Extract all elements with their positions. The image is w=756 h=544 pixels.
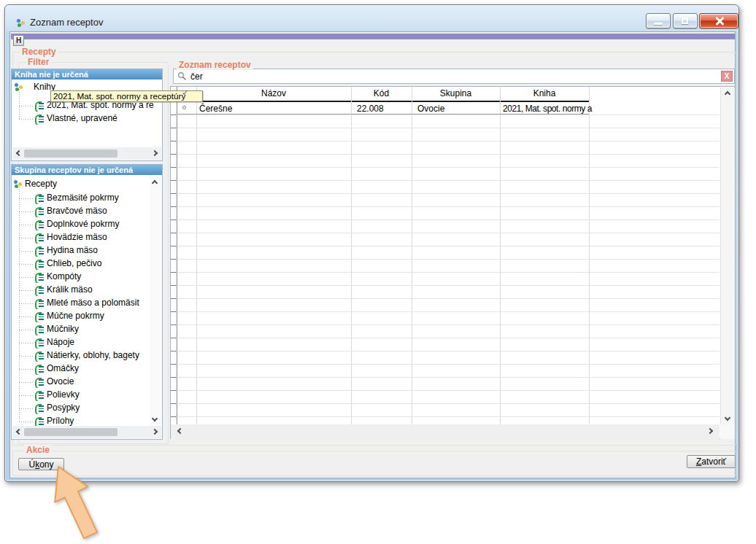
cursor-arrow-annotation [29, 458, 117, 544]
tree-item-label: Ovocie [47, 376, 74, 386]
tree-item-label: Kompóty [47, 271, 81, 281]
record-marker-icon [182, 106, 186, 109]
scroll-right-icon[interactable] [707, 428, 713, 434]
recipe-group-icon [35, 233, 45, 242]
recipe-group-icon [35, 417, 45, 426]
tree-item-label: Múčne pokrmy [47, 311, 104, 321]
recipe-group-icon [35, 338, 45, 347]
tree-item-label: Chlieb, pečivo [47, 258, 101, 268]
tree-item-label: Recepty [25, 179, 57, 189]
tree-item-label: Mleté mäso a polomäsit [47, 298, 139, 308]
table-vscrollbar[interactable] [720, 88, 735, 424]
close-icon [715, 17, 724, 26]
groups-panel: Skupina receptov nie je určená Recepty B… [11, 164, 163, 440]
recipe-group-icon [35, 365, 45, 373]
recipe-group-icon [35, 312, 45, 321]
tree-item-label: Hovädzie mäso [47, 232, 107, 242]
recipes-table: ✓ Názov Kód Skupina Kniha Čerešne 22.008… [170, 86, 735, 439]
tree-item-label: Múčniky [47, 324, 79, 334]
zatvorit-button[interactable]: Zatvoriť [687, 455, 736, 468]
recipe-group-icon [35, 260, 45, 268]
akcie-group-label: Akcie [24, 445, 52, 455]
tree-item-book[interactable]: Vlastné, upravené [12, 113, 162, 125]
minimize-button[interactable] [646, 13, 671, 28]
recipe-group-icon [35, 404, 45, 413]
scroll-left-icon[interactable] [16, 150, 22, 156]
recipe-group-icon [35, 273, 45, 281]
recipe-group-icon [35, 194, 45, 203]
books-panel: Kniha nie je určená Knihy 2021, Mat. spo… [11, 69, 163, 161]
list-group-label: Zoznam receptov [177, 60, 253, 70]
tree-item-label: Omáčky [47, 363, 79, 373]
tree-item-label: Vlastné, upravené [47, 113, 117, 123]
books-tree: Knihy 2021, Mat. spot. normy a re Vlastn… [12, 79, 162, 147]
toolbar-strip [11, 34, 735, 39]
recipe-group-icon [35, 220, 45, 229]
recipe-group-icon [35, 351, 45, 360]
minimize-icon [654, 23, 663, 25]
filter-group-label: Filter [26, 57, 51, 67]
scroll-right-icon[interactable] [152, 150, 158, 156]
groups-vscrollbar[interactable] [150, 175, 161, 427]
tree-item-recepty-root[interactable]: Recepty [12, 179, 150, 190]
tree-item-label: Králik mäso [47, 284, 93, 295]
tree-item-label: Doplnkové pokrmy [47, 219, 119, 229]
recipe-group-icon [35, 325, 45, 334]
books-hscrollbar[interactable] [12, 147, 161, 160]
maximize-button[interactable] [673, 13, 698, 28]
book-icon [35, 114, 45, 123]
tree-item-label: Polievky [47, 389, 80, 400]
tree-item-label: Hydina mäso [47, 245, 98, 255]
tree-item-label: Nápoje [47, 337, 74, 347]
recipe-group-icon [35, 207, 45, 216]
recipe-group-icon [35, 286, 45, 295]
groups-hscrollbar[interactable] [12, 426, 161, 438]
client-area: H Recepty Filter Zoznam receptov Kniha n… [9, 31, 736, 478]
search-icon [177, 71, 187, 81]
tree-item-label: Bezmäsité pokrmy [47, 193, 119, 203]
window-title: Zoznam receptov [30, 17, 103, 28]
maximize-icon [682, 18, 688, 24]
cell-skupina: Ovocie [417, 104, 504, 114]
tree-item-label: Nátierky, oblohy, bagety [47, 350, 139, 360]
tree-item-label: Bravčové mäso [47, 206, 107, 216]
groups-root-icon [13, 179, 23, 189]
column-check-icon-over: ✓ [182, 88, 189, 98]
scroll-up-icon[interactable] [152, 180, 158, 186]
recipe-group-icon [35, 378, 45, 386]
cell-kod: 22.008 [357, 104, 415, 114]
recipe-group-icon [35, 391, 45, 400]
search-value[interactable]: čer [190, 71, 203, 82]
clear-search-icon[interactable]: X [721, 71, 733, 82]
scroll-down-icon[interactable] [152, 416, 158, 421]
scroll-down-icon[interactable] [725, 415, 730, 421]
book-icon [35, 101, 45, 110]
tree-item-label: Posýpky [47, 403, 80, 413]
akcie-groupbox [12, 451, 736, 476]
scroll-up-icon[interactable] [725, 91, 730, 97]
table-hscrollbar[interactable] [171, 424, 720, 439]
h-button[interactable]: H [13, 35, 24, 46]
books-root-icon [14, 82, 23, 92]
groups-tree: Recepty Bezmäsité pokrmyBravčové mäsoDop… [12, 175, 162, 427]
cell-nazov: Čerešne [199, 104, 345, 114]
scroll-left-icon[interactable] [16, 429, 22, 435]
close-button[interactable] [699, 13, 738, 28]
scroll-left-icon[interactable] [177, 428, 183, 434]
title-bar[interactable]: Zoznam receptov [5, 5, 738, 31]
tree-item-label: Prílohy [47, 416, 74, 426]
recepty-group-label: Recepty [20, 47, 58, 57]
search-box[interactable]: čer X [173, 69, 735, 84]
recipe-group-icon [35, 299, 45, 308]
recipe-group-icon [35, 246, 45, 255]
window-icon [16, 18, 26, 28]
books-panel-header: Kniha nie je určená [12, 69, 162, 79]
cell-kniha: 2021, Mat. spot. normy a [503, 104, 596, 114]
table-row[interactable]: Čerešne 22.008 Ovocie 2021, Mat. spot. n… [177, 102, 589, 114]
scroll-right-icon[interactable] [152, 429, 158, 435]
window: Zoznam receptov H Recepty Filter Zoznam … [4, 4, 739, 482]
tooltip: 2021, Mat. spot. normy a receptúry [50, 90, 203, 102]
groups-panel-header: Skupina receptov nie je určená [12, 165, 162, 175]
